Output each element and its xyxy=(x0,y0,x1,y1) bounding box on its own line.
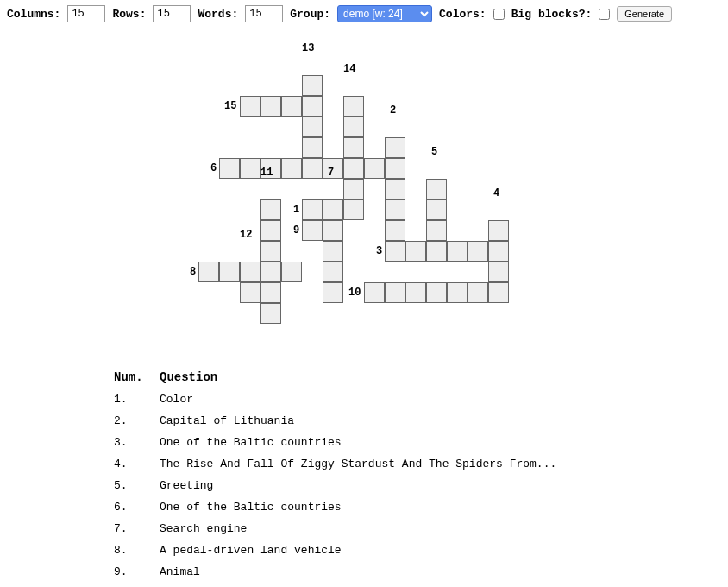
grid-cell[interactable] xyxy=(302,96,323,117)
grid-cell[interactable] xyxy=(302,199,323,220)
grid-cell[interactable] xyxy=(302,158,323,179)
words-input[interactable] xyxy=(245,5,283,22)
clue-text: One of the Baltic countries xyxy=(160,436,614,449)
grid-cell[interactable] xyxy=(260,220,281,241)
grid-cell[interactable] xyxy=(488,220,509,241)
grid-cell[interactable] xyxy=(281,96,302,117)
grid-cell[interactable] xyxy=(343,137,364,158)
grid-cell[interactable] xyxy=(364,282,385,303)
grid-cell[interactable] xyxy=(405,241,426,262)
group-select[interactable]: demo [w: 24] xyxy=(337,5,432,22)
grid-cell[interactable] xyxy=(260,262,281,282)
clue-row: 6.One of the Baltic countries xyxy=(114,501,614,514)
clue-row: 3.One of the Baltic countries xyxy=(114,436,614,449)
clue-row: 8.A pedal-driven land vehicle xyxy=(114,544,614,557)
toolbar: Columns: Rows: Words: Group: demo [w: 24… xyxy=(0,0,728,28)
colors-checkbox[interactable] xyxy=(493,9,505,20)
grid-cell[interactable] xyxy=(281,262,302,282)
grid-cell[interactable] xyxy=(260,199,281,220)
clue-number: 8. xyxy=(114,544,144,557)
clues-header-num: Num. xyxy=(114,370,144,384)
grid-cell[interactable] xyxy=(260,96,281,117)
grid-cell[interactable] xyxy=(260,303,281,324)
columns-label: Columns: xyxy=(7,8,60,21)
group-label: Group: xyxy=(290,8,330,21)
clue-list: 1.Color2.Capital of Lithuania3.One of th… xyxy=(114,393,614,587)
clue-number: 7. xyxy=(114,522,144,535)
grid-cell[interactable] xyxy=(323,262,343,282)
clue-row: 9.Animal xyxy=(114,565,614,578)
clue-number: 5. xyxy=(114,479,144,492)
grid-cell[interactable] xyxy=(240,158,260,179)
grid-cell[interactable] xyxy=(385,179,405,199)
grid-cell[interactable] xyxy=(343,199,364,220)
grid-cell[interactable] xyxy=(281,158,302,179)
grid-cell[interactable] xyxy=(385,199,405,220)
grid-cell[interactable] xyxy=(323,241,343,262)
grid-number: 5 xyxy=(431,146,437,158)
grid-cell[interactable] xyxy=(302,75,323,96)
grid-cell[interactable] xyxy=(385,137,405,158)
grid-cell[interactable] xyxy=(426,282,447,303)
grid-cell[interactable] xyxy=(302,117,323,137)
grid-cell[interactable] xyxy=(323,282,343,303)
rows-label: Rows: xyxy=(112,8,146,21)
grid-cell[interactable] xyxy=(260,282,281,303)
grid-cell[interactable] xyxy=(385,241,405,262)
clue-number: 4. xyxy=(114,458,144,470)
grid-cell[interactable] xyxy=(343,96,364,117)
grid-cell[interactable] xyxy=(426,199,447,220)
clues-header-question: Question xyxy=(160,370,217,384)
grid-cell[interactable] xyxy=(385,158,405,179)
grid-cell[interactable] xyxy=(260,241,281,262)
grid-cell[interactable] xyxy=(219,158,240,179)
grid-number: 1 xyxy=(293,204,299,216)
grid-cell[interactable] xyxy=(343,158,364,179)
grid-cell[interactable] xyxy=(323,220,343,241)
grid-cell[interactable] xyxy=(198,262,219,282)
grid-cell[interactable] xyxy=(447,282,468,303)
grid-cell[interactable] xyxy=(364,158,385,179)
clue-text: Greeting xyxy=(160,479,614,492)
grid-cell[interactable] xyxy=(488,282,509,303)
clue-number: 6. xyxy=(114,501,144,514)
grid-cell[interactable] xyxy=(219,262,240,282)
grid-cell[interactable] xyxy=(343,179,364,199)
bigblocks-checkbox[interactable] xyxy=(599,9,610,20)
grid-cell[interactable] xyxy=(385,220,405,241)
grid-cell[interactable] xyxy=(240,282,260,303)
grid-cell[interactable] xyxy=(468,282,488,303)
grid-cell[interactable] xyxy=(323,199,343,220)
columns-input[interactable] xyxy=(67,5,105,22)
grid-cell[interactable] xyxy=(488,262,509,282)
words-label: Words: xyxy=(198,8,238,21)
grid-number: 14 xyxy=(343,63,355,75)
grid-cell[interactable] xyxy=(426,220,447,241)
clue-text: One of the Baltic countries xyxy=(160,501,614,514)
grid-number: 11 xyxy=(260,167,273,179)
grid-number: 10 xyxy=(348,287,361,299)
clue-row: 4.The Rise And Fall Of Ziggy Stardust An… xyxy=(114,458,614,470)
crossword-grid: 131415265117149312810 xyxy=(198,54,530,344)
clue-text: Color xyxy=(160,393,614,406)
generate-button[interactable]: Generate xyxy=(617,6,672,22)
grid-cell[interactable] xyxy=(468,241,488,262)
grid-number: 9 xyxy=(293,224,299,237)
grid-cell[interactable] xyxy=(240,96,260,117)
clue-number: 1. xyxy=(114,393,144,406)
grid-cell[interactable] xyxy=(343,117,364,137)
rows-input[interactable] xyxy=(153,5,191,22)
clues-section: Num. Question 1.Color2.Capital of Lithua… xyxy=(97,362,631,587)
clue-number: 3. xyxy=(114,436,144,449)
grid-cell[interactable] xyxy=(447,241,468,262)
grid-number: 4 xyxy=(493,187,499,199)
grid-cell[interactable] xyxy=(302,137,323,158)
grid-cell[interactable] xyxy=(488,241,509,262)
grid-cell[interactable] xyxy=(385,282,405,303)
clue-row: 5.Greeting xyxy=(114,479,614,492)
grid-cell[interactable] xyxy=(426,241,447,262)
grid-cell[interactable] xyxy=(302,220,323,241)
grid-cell[interactable] xyxy=(240,262,260,282)
grid-cell[interactable] xyxy=(426,179,447,199)
grid-cell[interactable] xyxy=(405,282,426,303)
